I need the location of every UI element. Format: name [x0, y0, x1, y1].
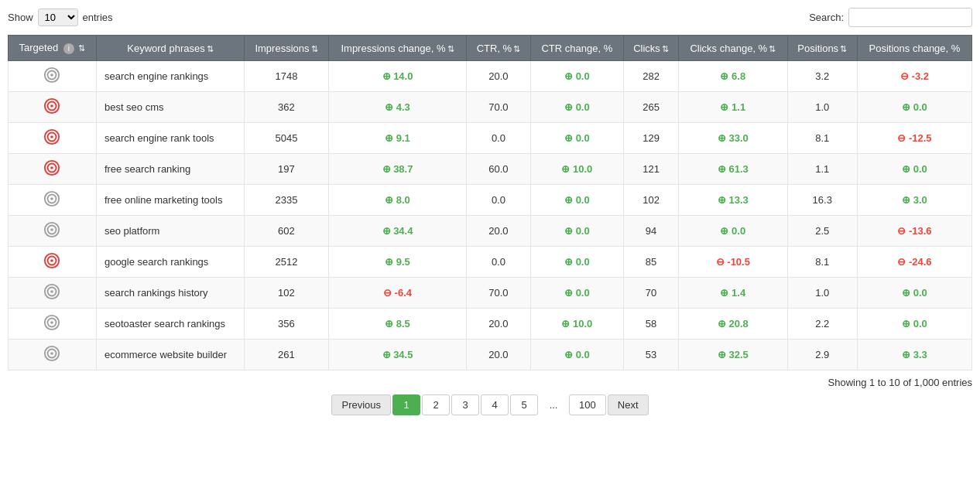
col-clicks[interactable]: Clicks⇅ [624, 36, 679, 61]
table-row: seotoaster search rankings 356 ⊕ 8.5 20.… [9, 309, 972, 340]
search-label: Search: [809, 12, 844, 23]
col-pos-change[interactable]: Positions change, % [857, 36, 971, 61]
page-3-button[interactable]: 3 [451, 394, 479, 415]
table-row: best seo cms 362 ⊕ 4.3 70.0 ⊕ 0.0 265 ⊕ … [9, 92, 972, 123]
ctr-cell: 70.0 [467, 278, 531, 309]
impressions-cell: 2335 [245, 185, 329, 216]
page-5-button[interactable]: 5 [510, 394, 538, 415]
sort-arrows-ctr: ⇅ [513, 44, 520, 53]
impressions-cell: 197 [245, 154, 329, 185]
clicks-change-cell: ⊕ 33.0 [679, 123, 787, 154]
pos-change-cell: ⊖ -3.2 [857, 61, 971, 92]
keyword-cell: free search ranking [96, 154, 244, 185]
col-positions[interactable]: Positions⇅ [787, 36, 857, 61]
ctr-cell: 20.0 [467, 61, 531, 92]
positions-cell: 16.3 [787, 185, 857, 216]
imp-change-cell: ⊕ 8.0 [328, 185, 466, 216]
ctr-cell: 20.0 [467, 309, 531, 340]
imp-change-cell: ⊕ 9.5 [328, 247, 466, 278]
ctr-change-cell: ⊕ 0.0 [530, 123, 623, 154]
impressions-cell: 2512 [245, 247, 329, 278]
imp-change-cell: ⊕ 38.7 [328, 154, 466, 185]
sort-arrows-clicks: ⇅ [662, 44, 669, 53]
col-keyword[interactable]: Keyword phrases⇅ [96, 36, 244, 61]
col-ctr-change[interactable]: CTR change, % [530, 36, 623, 61]
keyword-cell: free online marketing tools [96, 185, 244, 216]
keyword-cell: seotoaster search rankings [96, 309, 244, 340]
sort-arrows-clicks-change: ⇅ [769, 44, 776, 53]
sort-arrows-positions: ⇅ [840, 44, 847, 53]
table-row: free search ranking 197 ⊕ 38.7 60.0 ⊕ 10… [9, 154, 972, 185]
pos-change-cell: ⊖ -13.6 [857, 216, 971, 247]
impressions-cell: 261 [245, 340, 329, 370]
ellipsis: ... [540, 395, 567, 415]
impressions-cell: 602 [245, 216, 329, 247]
ctr-cell: 20.0 [467, 216, 531, 247]
pos-change-cell: ⊕ 0.0 [857, 154, 971, 185]
positions-cell: 2.2 [787, 309, 857, 340]
page-1-button[interactable]: 1 [392, 394, 420, 415]
table-row: ecommerce website builder 261 ⊕ 34.5 20.… [9, 340, 972, 370]
clicks-change-cell: ⊕ 1.4 [679, 278, 787, 309]
imp-change-cell: ⊕ 8.5 [328, 309, 466, 340]
showing-text: Showing 1 to 10 of 1,000 entries [828, 377, 972, 388]
impressions-cell: 102 [245, 278, 329, 309]
impressions-cell: 5045 [245, 123, 329, 154]
page-4-button[interactable]: 4 [481, 394, 509, 415]
imp-change-cell: ⊕ 4.3 [328, 92, 466, 123]
sort-arrows-targeted: ⇅ [78, 43, 85, 53]
svg-point-20 [51, 259, 54, 262]
targeted-cell [9, 340, 97, 370]
clicks-cell: 70 [624, 278, 679, 309]
sort-arrows-impressions: ⇅ [311, 44, 318, 53]
keyword-cell: google search rankings [96, 247, 244, 278]
pos-change-cell: ⊖ -24.6 [857, 247, 971, 278]
ctr-change-cell: ⊕ 0.0 [530, 278, 623, 309]
ctr-change-cell: ⊕ 0.0 [530, 92, 623, 123]
pos-change-cell: ⊖ -12.5 [857, 123, 971, 154]
page-2-button[interactable]: 2 [422, 394, 450, 415]
previous-button[interactable]: Previous [331, 394, 391, 415]
col-impressions[interactable]: Impressions⇅ [245, 36, 329, 61]
clicks-cell: 85 [624, 247, 679, 278]
clicks-change-cell: ⊕ 20.8 [679, 309, 787, 340]
targeted-cell [9, 123, 97, 154]
col-imp-change[interactable]: Impressions change, %⇅ [328, 36, 466, 61]
col-targeted[interactable]: Targeted i ⇅ [9, 36, 97, 61]
ctr-change-cell: ⊕ 0.0 [530, 340, 623, 370]
targeted-cell [9, 247, 97, 278]
impressions-cell: 362 [245, 92, 329, 123]
ctr-change-cell: ⊕ 10.0 [530, 309, 623, 340]
targeted-cell [9, 92, 97, 123]
entries-select[interactable]: 10 25 50 100 [38, 9, 78, 26]
col-clicks-change[interactable]: Clicks change, %⇅ [679, 36, 787, 61]
table-header-row: Targeted i ⇅ Keyword phrases⇅ Impression… [9, 36, 972, 61]
page-100-button[interactable]: 100 [569, 394, 606, 415]
positions-cell: 2.9 [787, 340, 857, 370]
col-ctr[interactable]: CTR, %⇅ [467, 36, 531, 61]
ctr-change-cell: ⊕ 0.0 [530, 185, 623, 216]
entries-label: entries [83, 12, 113, 23]
ctr-cell: 20.0 [467, 340, 531, 370]
clicks-change-cell: ⊕ 32.5 [679, 340, 787, 370]
sort-arrows-imp-change: ⇅ [447, 44, 454, 53]
targeted-cell [9, 216, 97, 247]
clicks-change-cell: ⊕ 6.8 [679, 61, 787, 92]
positions-cell: 8.1 [787, 123, 857, 154]
table-row: search engine rankings 1748 ⊕ 14.0 20.0 … [9, 61, 972, 92]
keyword-cell: ecommerce website builder [96, 340, 244, 370]
data-table: Targeted i ⇅ Keyword phrases⇅ Impression… [8, 35, 972, 370]
next-button[interactable]: Next [608, 394, 649, 415]
ctr-change-cell: ⊕ 10.0 [530, 154, 623, 185]
targeted-cell [9, 185, 97, 216]
ctr-cell: 60.0 [467, 154, 531, 185]
clicks-cell: 58 [624, 309, 679, 340]
ctr-cell: 70.0 [467, 92, 531, 123]
clicks-cell: 265 [624, 92, 679, 123]
targeted-cell [9, 309, 97, 340]
clicks-cell: 129 [624, 123, 679, 154]
pos-change-cell: ⊕ 0.0 [857, 92, 971, 123]
table-row: free online marketing tools 2335 ⊕ 8.0 0… [9, 185, 972, 216]
search-input[interactable] [848, 8, 972, 27]
keyword-cell: best seo cms [96, 92, 244, 123]
